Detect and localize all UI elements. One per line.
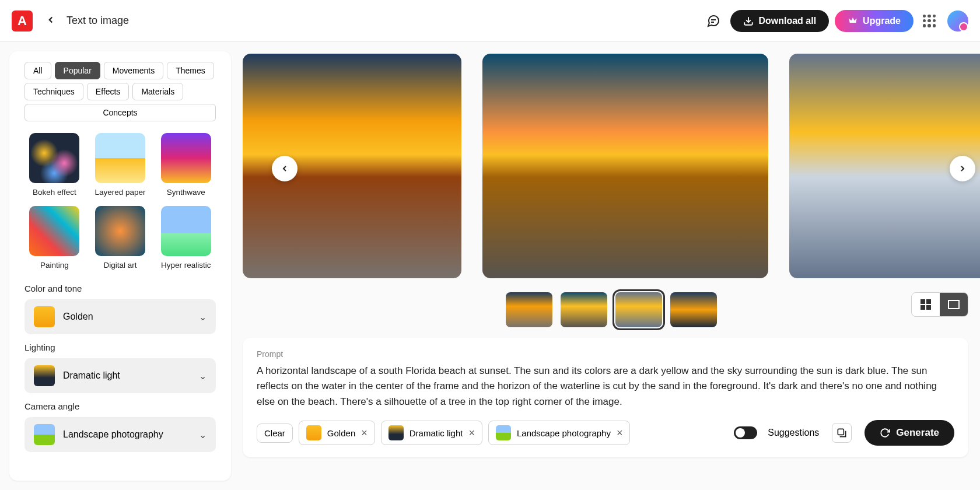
style-layered[interactable]: Layered paper [90,133,150,197]
gallery-image-2[interactable] [482,54,768,278]
enhance-icon[interactable] [832,423,852,443]
filter-materials[interactable]: Materials [132,83,183,100]
comment-icon[interactable] [702,10,724,32]
close-icon[interactable]: × [361,427,368,439]
style-digital[interactable]: Digital art [90,206,150,270]
chevron-right-icon [958,164,967,173]
style-synthwave[interactable]: Synthwave [156,133,216,197]
avatar[interactable] [947,10,968,32]
thumbnail-row [243,292,980,327]
close-icon[interactable]: × [617,427,623,439]
color-tone-dropdown[interactable]: Golden ⌄ [24,299,216,334]
chevron-down-icon: ⌄ [199,429,206,440]
adobe-logo[interactable]: A [12,10,33,32]
suggestions-toggle[interactable] [734,426,757,439]
download-all-button[interactable]: Download all [730,10,829,32]
view-single-button[interactable] [940,293,968,316]
clear-button[interactable]: Clear [257,424,293,443]
download-icon [743,16,754,26]
tag-golden[interactable]: Golden× [299,421,375,445]
close-icon[interactable]: × [468,427,475,439]
svg-rect-3 [838,429,844,435]
thumbnail-4[interactable] [670,292,717,327]
chevron-left-icon [280,164,289,173]
single-icon [948,300,960,309]
filter-tabs: All Popular Movements Themes Techniques … [24,62,216,121]
chevron-down-icon: ⌄ [199,312,206,323]
grid-icon [921,299,931,310]
thumbnail-3[interactable] [615,292,662,327]
sidebar: All Popular Movements Themes Techniques … [9,51,231,481]
crown-icon [848,16,858,26]
filter-movements[interactable]: Movements [104,62,163,79]
chevron-down-icon: ⌄ [199,370,206,382]
filter-effects[interactable]: Effects [87,83,130,100]
filter-concepts[interactable]: Concepts [24,104,216,121]
camera-label: Camera angle [24,401,216,411]
lighting-label: Lighting [24,342,216,352]
thumbnail-2[interactable] [561,292,607,327]
tag-landscape[interactable]: Landscape photography× [488,421,630,445]
generate-button[interactable]: Generate [864,420,954,446]
refresh-icon [880,428,890,438]
filter-themes[interactable]: Themes [167,62,214,79]
filter-techniques[interactable]: Techniques [24,83,83,100]
prompt-label: Prompt [257,349,954,359]
style-painting[interactable]: Painting [24,206,85,270]
prompt-panel: Prompt A horizontal landscape of a south… [243,338,968,457]
filter-popular[interactable]: Popular [55,62,100,79]
style-bokeh[interactable]: Bokeh effect [24,133,85,197]
view-toggle [911,292,968,317]
upgrade-button[interactable]: Upgrade [835,10,914,32]
style-hyper[interactable]: Hyper realistic [156,206,216,270]
gallery [243,54,980,278]
content: Prompt A horizontal landscape of a south… [231,42,980,490]
suggestions-label: Suggestions [768,428,819,438]
tag-dramatic[interactable]: Dramatic light× [381,421,482,445]
apps-icon[interactable] [918,10,940,32]
camera-dropdown[interactable]: Landscape photography ⌄ [24,417,216,452]
prompt-text[interactable]: A horizontal landscape of a south Florid… [257,363,954,410]
filter-all[interactable]: All [24,62,51,79]
gallery-next-button[interactable] [950,156,975,181]
thumbnail-1[interactable] [506,292,552,327]
gallery-prev-button[interactable] [272,156,298,181]
view-grid-button[interactable] [912,293,940,316]
color-tone-label: Color and tone [24,284,216,293]
page-title: Text to image [66,15,129,27]
lighting-dropdown[interactable]: Dramatic light ⌄ [24,358,216,393]
style-grid: Bokeh effect Layered paper Synthwave Pai… [24,133,216,270]
back-icon[interactable] [46,13,56,29]
header: A Text to image Download all Upgrade [0,0,980,42]
